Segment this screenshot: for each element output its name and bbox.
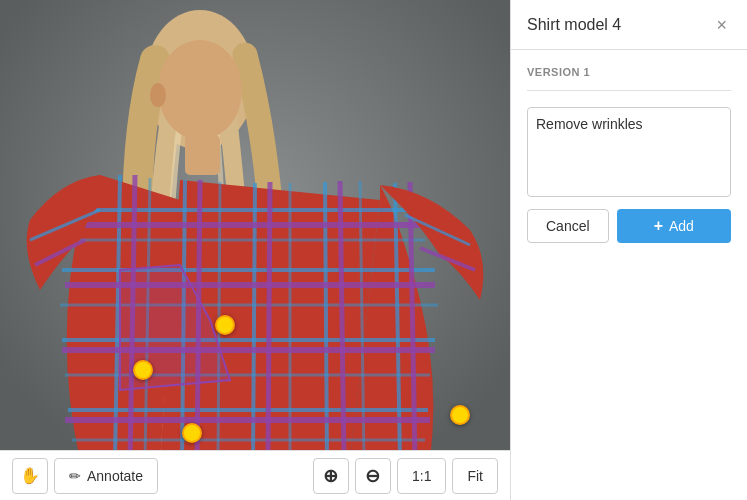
hand-icon: ✋ (20, 466, 40, 485)
toolbar: ✋ ✏ Annotate ⊕ ⊖ 1:1 Fit (0, 450, 510, 500)
zoom-fit-button[interactable]: Fit (452, 458, 498, 494)
panel-title: Shirt model 4 (527, 16, 621, 34)
panel-header: Shirt model 4 × (511, 0, 747, 50)
version-label: VERSION 1 (527, 66, 731, 78)
zoom-in-icon: ⊕ (323, 465, 338, 487)
annotation-dot-2[interactable] (133, 360, 153, 380)
panel-body: VERSION 1 Remove wrinkles Cancel + Add (511, 50, 747, 500)
comment-textarea[interactable]: Remove wrinkles (527, 107, 731, 197)
cancel-button[interactable]: Cancel (527, 209, 609, 243)
zoom-in-button[interactable]: ⊕ (313, 458, 349, 494)
svg-point-5 (150, 83, 166, 107)
annotation-dot-1[interactable] (215, 315, 235, 335)
annotation-dot-4[interactable] (450, 405, 470, 425)
zoom-out-icon: ⊖ (365, 465, 380, 487)
annotate-label: Annotate (87, 468, 143, 484)
version-divider (527, 90, 731, 91)
svg-rect-3 (185, 135, 220, 175)
zoom-out-button[interactable]: ⊖ (355, 458, 391, 494)
plus-icon: + (654, 217, 663, 235)
svg-point-4 (158, 40, 242, 140)
panel-actions: Cancel + Add (527, 209, 731, 243)
hand-tool-button[interactable]: ✋ (12, 458, 48, 494)
zoom-1to1-button[interactable]: 1:1 (397, 458, 446, 494)
zoom-1to1-label: 1:1 (412, 468, 431, 484)
add-button[interactable]: + Add (617, 209, 731, 243)
zoom-fit-label: Fit (467, 468, 483, 484)
annotate-button[interactable]: ✏ Annotate (54, 458, 158, 494)
image-panel: ✋ ✏ Annotate ⊕ ⊖ 1:1 Fit (0, 0, 510, 500)
model-image (0, 0, 510, 500)
close-button[interactable]: × (712, 14, 731, 36)
svg-line-29 (268, 182, 270, 460)
right-panel: Shirt model 4 × VERSION 1 Remove wrinkle… (510, 0, 747, 500)
pencil-icon: ✏ (69, 468, 81, 484)
annotation-dot-3[interactable] (182, 423, 202, 443)
add-label: Add (669, 218, 694, 234)
